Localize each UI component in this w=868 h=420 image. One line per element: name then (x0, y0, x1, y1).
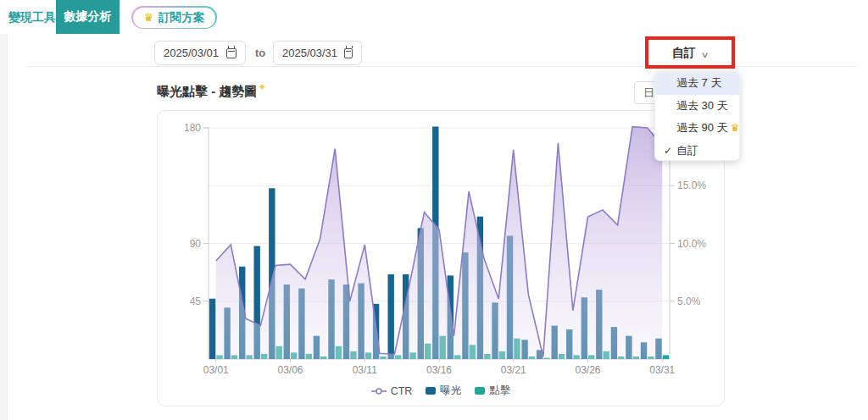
crown-icon: ♛ (731, 122, 740, 134)
legend-label: 曝光 (440, 384, 461, 398)
date-range-dropdown-menu: 過去 7 天 過去 30 天 過去 90 天♛ ✓ 自訂 (654, 71, 740, 161)
chevron-down-icon: ∨ (700, 50, 709, 59)
menu-item-last-7-days[interactable]: 過去 7 天 (655, 72, 739, 95)
bar[interactable] (663, 355, 669, 359)
check-icon: ✓ (664, 140, 672, 162)
top-navigation: 變現工具 數據分析 ♛ 訂閱方案 (0, 0, 868, 34)
x-axis-label: 03/21 (501, 364, 526, 376)
x-axis-label: 03/01 (203, 364, 229, 376)
legend-square-marker (475, 387, 485, 395)
header-divider (28, 66, 856, 67)
trend-chart-card: 45901805.0%10.0%15.0%03/0103/0603/1103/1… (157, 110, 725, 406)
bar[interactable] (209, 299, 215, 359)
left-axis-label: 180 (184, 122, 201, 134)
trend-chart-svg: 45901805.0%10.0%15.0%03/0103/0603/1103/1… (158, 111, 724, 390)
crown-icon: ♛ (144, 12, 154, 23)
trend-chart: 45901805.0%10.0%15.0%03/0103/0603/1103/1… (158, 111, 724, 394)
menu-item-last-90-days[interactable]: 過去 90 天♛ (655, 117, 739, 140)
date-range-dropdown-label: 自訂 (672, 46, 696, 61)
right-axis-label: 10.0% (677, 238, 706, 250)
left-gutter (0, 34, 8, 420)
menu-item-last-30-days[interactable]: 過去 30 天 (655, 95, 739, 118)
date-range-dropdown-button[interactable]: 自訂 ∨ (653, 41, 727, 66)
subscription-plan-label: 訂閱方案 (159, 10, 204, 25)
legend-label: 點擊 (489, 384, 510, 398)
ctr-area (216, 127, 662, 359)
date-to-input[interactable]: 2025/03/31 (273, 41, 362, 65)
menu-item-last-30-days-label: 過去 30 天 (676, 99, 728, 112)
date-range-to-label: to (255, 41, 265, 65)
chart-legend: CTR曝光點擊 (158, 384, 724, 398)
legend-item-曝光[interactable]: 曝光 (426, 384, 461, 398)
bar[interactable] (388, 274, 394, 359)
legend-item-點擊[interactable]: 點擊 (475, 384, 510, 398)
legend-label: CTR (391, 385, 413, 397)
right-axis-label: 15.0% (677, 180, 706, 191)
x-axis-label: 03/11 (353, 364, 377, 376)
date-to-value: 2025/03/31 (282, 47, 337, 59)
chart-title: 曝光點擊 - 趨勢圖✦ (157, 81, 266, 100)
date-from-value: 2025/03/01 (164, 47, 219, 59)
nav-item-data-analysis[interactable]: 數據分析 (56, 0, 120, 34)
menu-item-last-7-days-label: 過去 7 天 (676, 76, 721, 89)
subscription-plan-button-inner: ♛ 訂閱方案 (133, 8, 216, 28)
nav-item-data-analysis-label: 數據分析 (64, 9, 112, 25)
x-axis-label: 03/31 (649, 364, 675, 376)
left-axis-label: 90 (190, 238, 202, 250)
x-axis-label: 03/06 (278, 364, 303, 376)
date-from-input[interactable]: 2025/03/01 (154, 41, 246, 65)
calendar-icon (344, 48, 353, 58)
right-axis-label: 5.0% (677, 296, 701, 307)
legend-square-marker (426, 387, 436, 395)
x-axis-label: 03/16 (426, 364, 452, 376)
chart-title-text: 曝光點擊 - 趨勢圖 (157, 84, 257, 98)
sparkle-icon: ✦ (258, 81, 266, 93)
menu-item-custom-label: 自訂 (676, 144, 698, 157)
legend-line-marker (371, 387, 387, 395)
menu-item-custom[interactable]: ✓ 自訂 (655, 140, 739, 162)
nav-item-monetization-tools[interactable]: 變現工具 (8, 0, 56, 34)
subscription-plan-button[interactable]: ♛ 訂閱方案 (131, 6, 217, 29)
x-axis-label: 03/26 (575, 364, 600, 376)
legend-item-CTR[interactable]: CTR (371, 385, 413, 397)
calendar-icon (226, 48, 236, 58)
page: 變現工具 數據分析 ♛ 訂閱方案 2025/03/01 to 2025/03/3… (0, 0, 868, 420)
left-axis-label: 45 (190, 296, 202, 307)
menu-item-last-90-days-label: 過去 90 天 (676, 121, 728, 134)
